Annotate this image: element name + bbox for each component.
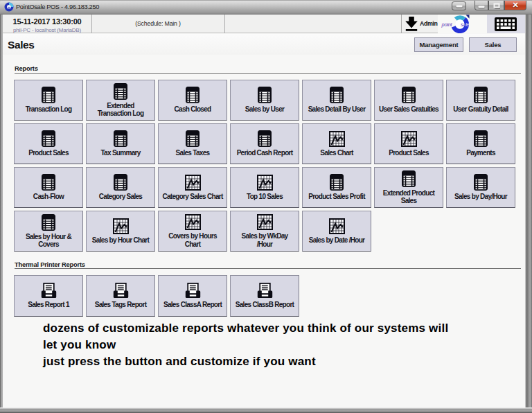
svg-text:point: point [441,21,453,28]
svg-text:le: le [466,21,469,28]
svg-text:o: o [8,6,10,10]
